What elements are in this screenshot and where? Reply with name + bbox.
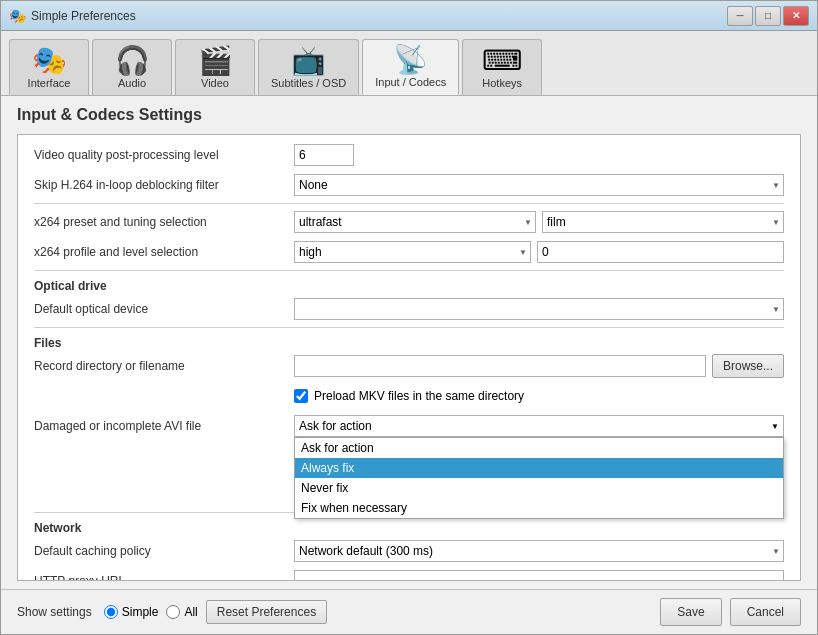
damaged-avi-row: Damaged or incomplete AVI file Ask for a… xyxy=(34,414,784,438)
damaged-avi-option-never[interactable]: Never fix xyxy=(295,478,783,498)
subtitles-tab-label: Subtitles / OSD xyxy=(271,77,346,89)
x264-profile-select[interactable]: baseline main high xyxy=(294,241,531,263)
damaged-avi-option-ask[interactable]: Ask for action xyxy=(295,438,783,458)
show-settings-area: Show settings Simple All Reset Preferenc… xyxy=(17,600,327,624)
show-settings-label: Show settings xyxy=(17,605,92,619)
skip-h264-select[interactable]: None All Non-ref Bidir xyxy=(294,174,784,196)
x264-preset-select[interactable]: ultrafast superfast veryfast faster fast… xyxy=(294,211,536,233)
preload-mkv-label: Preload MKV files in the same directory xyxy=(314,389,524,403)
input-tab-icon: 📡 xyxy=(393,46,428,74)
all-label: All xyxy=(184,605,197,619)
title-bar: 🎭 Simple Preferences ─ □ ✕ xyxy=(1,1,817,31)
damaged-avi-option-always[interactable]: Always fix xyxy=(295,458,783,478)
record-dir-label: Record directory or filename xyxy=(34,359,294,373)
record-dir-input[interactable] xyxy=(294,355,706,377)
all-radio[interactable] xyxy=(166,605,180,619)
tab-input-codecs[interactable]: 📡 Input / Codecs xyxy=(362,39,459,95)
audio-tab-label: Audio xyxy=(118,77,146,89)
reset-preferences-button[interactable]: Reset Preferences xyxy=(206,600,327,624)
separator-1 xyxy=(34,203,784,204)
files-section: Files xyxy=(34,336,784,350)
title-bar-left: 🎭 Simple Preferences xyxy=(9,8,136,24)
x264-profile-row: x264 profile and level selection baselin… xyxy=(34,240,784,264)
video-quality-label: Video quality post-processing level xyxy=(34,148,294,162)
x264-level-input[interactable] xyxy=(537,241,784,263)
damaged-avi-label: Damaged or incomplete AVI file xyxy=(34,419,294,433)
x264-tuning-select[interactable]: film animation grain stillimage psnr ssi… xyxy=(542,211,784,233)
optical-drive-section: Optical drive xyxy=(34,279,784,293)
network-section: Network xyxy=(34,521,784,535)
skip-h264-control: None All Non-ref Bidir xyxy=(294,174,784,196)
separator-3 xyxy=(34,327,784,328)
x264-profile-label: x264 profile and level selection xyxy=(34,245,294,259)
input-tab-label: Input / Codecs xyxy=(375,76,446,88)
content-area: Input & Codecs Settings Video quality po… xyxy=(1,96,817,589)
skip-h264-label: Skip H.264 in-loop deblocking filter xyxy=(34,178,294,192)
record-dir-control: Browse... xyxy=(294,354,784,378)
bottom-bar: Show settings Simple All Reset Preferenc… xyxy=(1,589,817,634)
tab-video[interactable]: 🎬 Video xyxy=(175,39,255,95)
x264-preset-label: x264 preset and tuning selection xyxy=(34,215,294,229)
default-caching-label: Default caching policy xyxy=(34,544,294,558)
preload-mkv-control: Preload MKV files in the same directory xyxy=(294,389,784,403)
video-tab-label: Video xyxy=(201,77,229,89)
video-quality-input[interactable] xyxy=(294,144,354,166)
damaged-avi-control: Ask for action ▼ Ask for action Always f… xyxy=(294,415,784,437)
settings-scroll[interactable]: Video quality post-processing level Skip… xyxy=(18,135,800,580)
simple-radio[interactable] xyxy=(104,605,118,619)
subtitles-tab-icon: 📺 xyxy=(291,47,326,75)
interface-tab-icon: 🎭 xyxy=(32,47,67,75)
default-optical-row: Default optical device xyxy=(34,297,784,321)
damaged-avi-current: Ask for action xyxy=(299,419,372,433)
http-proxy-input[interactable] xyxy=(294,570,784,580)
save-button[interactable]: Save xyxy=(660,598,721,626)
simple-label: Simple xyxy=(122,605,159,619)
video-quality-control xyxy=(294,144,784,166)
simple-radio-option[interactable]: Simple xyxy=(104,605,159,619)
preload-mkv-row: Preload MKV files in the same directory xyxy=(34,384,784,408)
audio-tab-icon: 🎧 xyxy=(115,47,150,75)
settings-area: Video quality post-processing level Skip… xyxy=(17,134,801,581)
tab-audio[interactable]: 🎧 Audio xyxy=(92,39,172,95)
default-optical-select[interactable] xyxy=(294,298,784,320)
maximize-button[interactable]: □ xyxy=(755,6,781,26)
x264-preset-row: x264 preset and tuning selection ultrafa… xyxy=(34,210,784,234)
damaged-avi-trigger[interactable]: Ask for action ▼ xyxy=(294,415,784,437)
tab-hotkeys[interactable]: ⌨ Hotkeys xyxy=(462,39,542,95)
default-optical-label: Default optical device xyxy=(34,302,294,316)
video-quality-row: Video quality post-processing level xyxy=(34,143,784,167)
title-bar-buttons: ─ □ ✕ xyxy=(727,6,809,26)
interface-tab-label: Interface xyxy=(28,77,71,89)
main-window: 🎭 Simple Preferences ─ □ ✕ 🎭 Interface 🎧… xyxy=(0,0,818,635)
default-caching-select[interactable]: Network default (300 ms) Lowest latency … xyxy=(294,540,784,562)
all-radio-option[interactable]: All xyxy=(166,605,197,619)
close-button[interactable]: ✕ xyxy=(783,6,809,26)
page-title: Input & Codecs Settings xyxy=(17,106,801,124)
default-caching-control: Network default (300 ms) Lowest latency … xyxy=(294,540,784,562)
x264-preset-control: ultrafast superfast veryfast faster fast… xyxy=(294,211,784,233)
http-proxy-control xyxy=(294,570,784,580)
cancel-button[interactable]: Cancel xyxy=(730,598,801,626)
default-caching-row: Default caching policy Network default (… xyxy=(34,539,784,563)
hotkeys-tab-icon: ⌨ xyxy=(482,47,522,75)
minimize-button[interactable]: ─ xyxy=(727,6,753,26)
http-proxy-label: HTTP proxy URL xyxy=(34,574,294,580)
dropdown-arrow-icon: ▼ xyxy=(771,422,779,431)
tab-bar: 🎭 Interface 🎧 Audio 🎬 Video 📺 Subtitles … xyxy=(1,31,817,96)
preload-mkv-checkbox[interactable] xyxy=(294,389,308,403)
tab-interface[interactable]: 🎭 Interface xyxy=(9,39,89,95)
record-dir-row: Record directory or filename Browse... xyxy=(34,354,784,378)
http-proxy-row: HTTP proxy URL xyxy=(34,569,784,580)
browse-button[interactable]: Browse... xyxy=(712,354,784,378)
tab-subtitles[interactable]: 📺 Subtitles / OSD xyxy=(258,39,359,95)
video-tab-icon: 🎬 xyxy=(198,47,233,75)
damaged-avi-dropdown: Ask for action ▼ Ask for action Always f… xyxy=(294,415,784,437)
default-optical-control xyxy=(294,298,784,320)
damaged-avi-option-fix-when[interactable]: Fix when necessary xyxy=(295,498,783,518)
window-title: Simple Preferences xyxy=(31,9,136,23)
vlc-app-icon: 🎭 xyxy=(9,8,25,24)
skip-h264-row: Skip H.264 in-loop deblocking filter Non… xyxy=(34,173,784,197)
damaged-avi-list: Ask for action Always fix Never fix Fix … xyxy=(294,437,784,519)
x264-profile-control: baseline main high xyxy=(294,241,784,263)
bottom-buttons: Save Cancel xyxy=(660,598,801,626)
